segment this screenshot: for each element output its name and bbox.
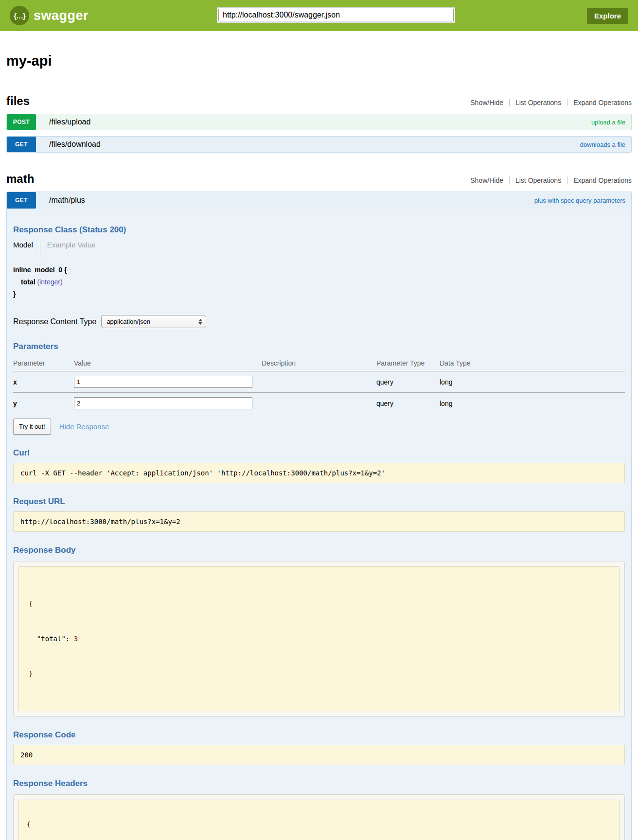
endpoint-summary-link[interactable]: downloads a file <box>580 141 625 148</box>
parameter-name: x <box>13 371 74 393</box>
resource-header-math: math Show/Hide List Operations Expand Op… <box>6 172 632 186</box>
try-it-out-button[interactable]: Try it out! <box>13 419 51 435</box>
column-header-description: Description <box>262 356 376 371</box>
tab-example-value[interactable]: Example Value <box>47 240 96 250</box>
response-code-box: 200 <box>13 745 625 765</box>
page-title: my-api <box>6 53 632 69</box>
response-content-type-label: Response Content Type <box>13 317 96 326</box>
operation-content: Response Class (Status 200) Model Exampl… <box>7 209 631 840</box>
spec-url-input[interactable] <box>218 9 454 21</box>
try-it-out-row: Try it out! Hide Response <box>13 419 625 435</box>
model-property-name: total <box>21 278 35 286</box>
response-headers-container: { "date": "Wed, 22 Aug 2018 18:49:13 GMT… <box>13 794 625 840</box>
parameter-data-type: long <box>440 371 625 393</box>
column-header-parameter: Parameter <box>13 356 74 371</box>
model-property-type: (integer) <box>37 278 62 286</box>
response-body-box: { "total": 3 } <box>18 566 620 711</box>
explore-button[interactable]: Explore <box>587 8 628 24</box>
spec-url-box <box>217 7 455 23</box>
endpoint-path-link[interactable]: /files/download <box>49 140 101 149</box>
column-header-parameter-type: Parameter Type <box>376 356 440 371</box>
tab-divider <box>40 240 40 258</box>
parameters-table: Parameter Value Description Parameter Ty… <box>13 356 625 414</box>
show-hide-link[interactable]: Show/Hide <box>464 99 509 106</box>
parameter-value-input-y[interactable] <box>74 397 252 409</box>
endpoint-summary-link[interactable]: upload a file <box>591 119 625 126</box>
http-method-badge-get: GET <box>7 192 36 209</box>
selected-content-type: application/json <box>106 318 150 325</box>
request-url-heading: Request URL <box>13 497 625 507</box>
parameter-value-input-x[interactable] <box>74 376 252 388</box>
json-line: { <box>29 598 609 610</box>
brand-name: swagger <box>34 8 89 23</box>
response-class-heading: Response Class (Status 200) <box>13 225 625 235</box>
model-signature: inline_model_0 { total (integer) } <box>13 264 625 300</box>
parameter-row-x: x query long <box>13 371 625 393</box>
response-code-heading: Response Code <box>13 730 625 740</box>
resource-header-files: files Show/Hide List Operations Expand O… <box>6 94 632 108</box>
json-line: } <box>29 668 609 680</box>
parameter-description <box>262 371 376 393</box>
parameter-description <box>262 393 376 414</box>
json-line: "total": 3 <box>29 633 609 645</box>
endpoint-row-files-upload: POST /files/upload upload a file <box>6 114 632 130</box>
model-tabs: Model Example Value <box>13 240 625 258</box>
response-body-heading: Response Body <box>13 545 625 555</box>
parameter-data-type: long <box>440 393 625 414</box>
topbar: {…} swagger Explore <box>0 0 638 31</box>
parameter-type: query <box>376 371 440 393</box>
json-key: "total" <box>29 635 66 643</box>
model-property-line: total (integer) <box>13 276 625 288</box>
curl-heading: Curl <box>13 448 625 458</box>
model-close-line: } <box>13 288 625 300</box>
hide-response-link[interactable]: Hide Response <box>59 422 109 431</box>
parameter-row-y: y query long <box>13 393 625 414</box>
endpoint-summary-link[interactable]: plus with spec query parameters <box>534 197 625 204</box>
response-content-type-row: Response Content Type application/json <box>13 315 625 328</box>
list-operations-link[interactable]: List Operations <box>509 176 567 184</box>
parameters-heading: Parameters <box>13 342 625 351</box>
swagger-logo-icon: {…} <box>10 6 29 25</box>
parameter-name: y <box>13 393 74 414</box>
response-body-container: { "total": 3 } <box>13 561 625 717</box>
column-header-data-type: Data Type <box>440 356 625 371</box>
endpoint-path-link[interactable]: /files/upload <box>49 118 90 126</box>
curl-command-box: curl -X GET --header 'Accept: applicatio… <box>13 463 625 483</box>
http-method-badge-get: GET <box>7 137 36 152</box>
parameter-type: query <box>376 393 440 414</box>
tab-model[interactable]: Model <box>13 240 33 250</box>
response-content-type-select[interactable]: application/json <box>101 315 206 328</box>
swagger-logo[interactable]: {…} swagger <box>10 6 89 25</box>
header-line: { <box>27 821 611 828</box>
column-header-value: Value <box>74 356 262 371</box>
resource-controls: Show/Hide List Operations Expand Operati… <box>464 176 632 184</box>
operation-get-math-plus: GET /math/plus plus with spec query para… <box>6 192 632 840</box>
endpoint-row-files-download: GET /files/download downloads a file <box>6 136 632 153</box>
resource-controls: Show/Hide List Operations Expand Operati… <box>464 99 632 106</box>
show-hide-link[interactable]: Show/Hide <box>464 176 509 184</box>
json-separator: : <box>66 635 74 643</box>
select-arrows-icon <box>198 319 202 325</box>
request-url-box: http://localhost:3000/math/plus?x=1&y=2 <box>13 511 625 532</box>
http-method-badge-post: POST <box>7 114 36 130</box>
endpoint-path-link[interactable]: /math/plus <box>49 196 85 205</box>
resource-title-math: math <box>6 172 34 186</box>
expand-operations-link[interactable]: Expand Operations <box>567 99 632 106</box>
expand-operations-link[interactable]: Expand Operations <box>567 176 632 184</box>
response-headers-heading: Response Headers <box>13 779 625 788</box>
resource-title-files: files <box>6 94 30 108</box>
list-operations-link[interactable]: List Operations <box>509 99 567 106</box>
response-headers-box: { "date": "Wed, 22 Aug 2018 18:49:13 GMT… <box>18 800 620 840</box>
parameters-header-row: Parameter Value Description Parameter Ty… <box>13 356 625 371</box>
operation-heading: GET /math/plus plus with spec query para… <box>7 192 631 209</box>
json-number-value: 3 <box>74 635 78 643</box>
model-open-line: inline_model_0 { <box>13 264 625 276</box>
